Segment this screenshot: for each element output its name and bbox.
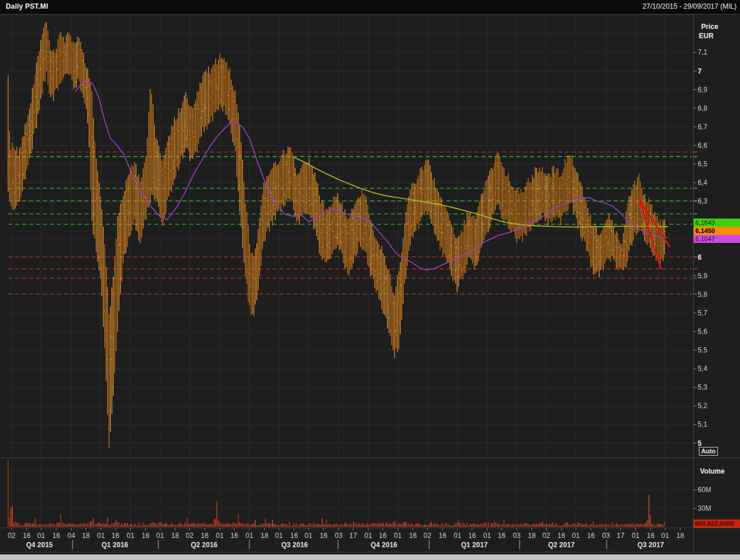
chart-window: Daily PST.MI 27/10/2015 - 29/09/2017 (MI… — [0, 0, 740, 560]
auto-scale-button[interactable]: Auto — [699, 447, 718, 456]
chart-canvas[interactable] — [0, 0, 740, 560]
last-volume-badge: 800.822,0000 — [694, 519, 740, 528]
ma-slow-line — [293, 157, 668, 227]
horizontal-scrollbar[interactable] — [0, 554, 740, 560]
